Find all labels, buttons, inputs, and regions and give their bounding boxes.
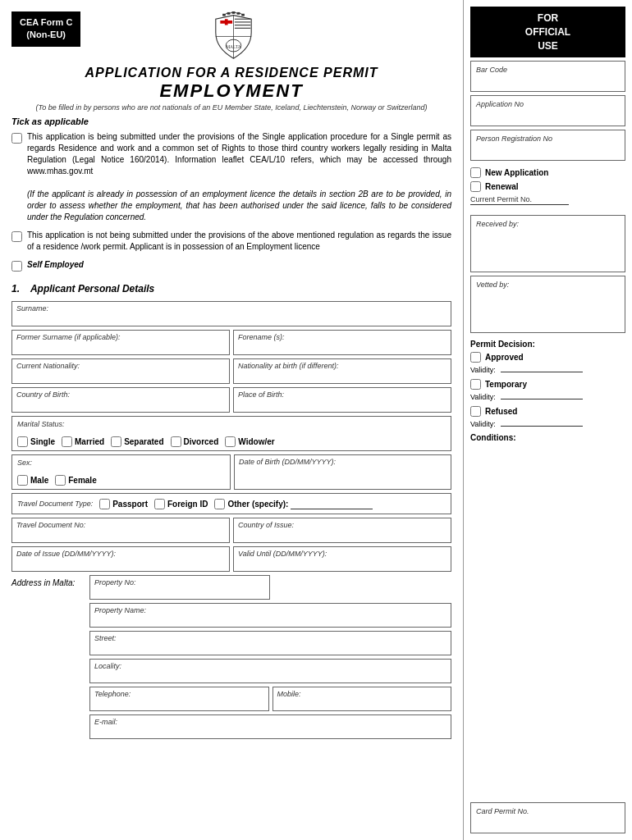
application-no-label: Application No bbox=[476, 100, 620, 108]
forename-label: Forename (s): bbox=[238, 333, 447, 341]
locality-field: Locality: bbox=[89, 659, 451, 683]
country-issue-input[interactable] bbox=[238, 530, 447, 540]
person-reg-no-label: Person Registration No bbox=[476, 135, 620, 143]
validity2-line bbox=[501, 399, 583, 399]
email-field: E-mail: bbox=[89, 714, 451, 739]
svg-rect-3 bbox=[236, 12, 240, 15]
birth-row: Country of Birth: Place of Birth: bbox=[11, 387, 451, 413]
temporary-checkbox[interactable] bbox=[470, 379, 481, 390]
mobile-input[interactable] bbox=[277, 698, 447, 708]
surname-label: Surname: bbox=[16, 304, 447, 313]
title-area: Application for A Residence Permit Emplo… bbox=[11, 66, 451, 112]
marital-married-checkbox[interactable] bbox=[62, 436, 72, 447]
validity3-row: Validity: bbox=[470, 420, 625, 428]
validity3-line bbox=[501, 426, 583, 427]
current-permit-label: Current Permit No. bbox=[470, 195, 625, 203]
renewal-item: Renewal bbox=[470, 181, 625, 192]
approved-checkbox[interactable] bbox=[470, 352, 481, 363]
refused-checkbox[interactable] bbox=[470, 406, 481, 417]
form-label-box: CEA Form C (Non-EU) bbox=[11, 11, 80, 47]
validity1-line bbox=[501, 372, 583, 372]
checkbox1-text: This application is being submitted unde… bbox=[27, 131, 451, 223]
travel-passport-item: Passport bbox=[99, 499, 148, 509]
sex-male-checkbox[interactable] bbox=[17, 475, 28, 486]
temporary-item: Temporary bbox=[470, 379, 625, 390]
marital-married-label: Married bbox=[75, 437, 104, 446]
marital-single-label: Single bbox=[30, 437, 55, 446]
card-permit-label: Card Permit No. bbox=[476, 807, 620, 815]
place-birth-label: Place of Birth: bbox=[238, 390, 447, 399]
checkbox3-item: Self Employed bbox=[11, 259, 451, 272]
checkbox1-item: This application is being submitted unde… bbox=[11, 131, 451, 223]
checkbox3[interactable] bbox=[11, 261, 22, 272]
person-reg-no-box: Person Registration No bbox=[470, 130, 625, 161]
travel-doc-no-row: Travel Document No: Country of Issue: bbox=[11, 518, 451, 543]
travel-foreign-id-item: Foreign ID bbox=[154, 499, 208, 509]
refused-label: Refused bbox=[485, 407, 517, 416]
checkbox3-text: Self Employed bbox=[27, 259, 84, 271]
sex-label: Sex: bbox=[17, 459, 225, 467]
property-no-input[interactable] bbox=[94, 587, 265, 596]
permit-decision-label: Permit Decision: bbox=[470, 340, 625, 349]
travel-passport-checkbox[interactable] bbox=[99, 499, 110, 509]
marital-single-checkbox[interactable] bbox=[17, 436, 28, 447]
surname-input[interactable] bbox=[16, 313, 447, 323]
country-birth-label: Country of Birth: bbox=[16, 390, 225, 399]
travel-other-checkbox[interactable] bbox=[214, 499, 225, 509]
date-issue-input[interactable] bbox=[16, 559, 225, 568]
property-name-input[interactable] bbox=[94, 614, 447, 624]
validity3-label: Validity: bbox=[470, 420, 496, 428]
valid-until-label: Valid Until (DD/MM/YYYY): bbox=[238, 550, 447, 558]
checkbox2[interactable] bbox=[11, 231, 22, 242]
travel-doc-no-input[interactable] bbox=[16, 530, 225, 540]
marital-separated-checkbox[interactable] bbox=[111, 436, 121, 447]
country-issue-field: Country of Issue: bbox=[233, 518, 451, 543]
sex-dob-row: Sex: Male Female Date of Birth (DD/MM/YY… bbox=[11, 454, 451, 490]
travel-foreign-id-checkbox[interactable] bbox=[154, 499, 165, 509]
nationality-birth-input[interactable] bbox=[238, 371, 447, 381]
telephone-label: Telephone: bbox=[94, 690, 264, 698]
dob-input[interactable] bbox=[239, 467, 447, 477]
current-nationality-input[interactable] bbox=[16, 371, 225, 381]
dob-label: Date of Birth (DD/MM/YYYY): bbox=[239, 458, 447, 466]
marital-separated-item: Separated bbox=[111, 436, 163, 447]
valid-until-input[interactable] bbox=[238, 559, 447, 568]
marital-widower-checkbox[interactable] bbox=[225, 436, 236, 447]
marital-status-label: Marital Status: bbox=[17, 420, 446, 428]
locality-input[interactable] bbox=[94, 670, 447, 680]
former-surname-label: Former Surname (if applicable): bbox=[16, 333, 225, 341]
sex-female-checkbox[interactable] bbox=[55, 475, 66, 486]
section-number: 1. bbox=[11, 283, 20, 294]
former-surname-field: Former Surname (if applicable): bbox=[11, 330, 230, 355]
street-input[interactable] bbox=[94, 642, 447, 652]
country-birth-input[interactable] bbox=[16, 399, 225, 409]
validity1-row: Validity: bbox=[470, 366, 625, 374]
checkbox2-text: This application is not being submitted … bbox=[27, 230, 451, 253]
nationality-birth-field: Nationality at birth (if different): bbox=[233, 358, 451, 384]
marital-divorced-checkbox[interactable] bbox=[171, 436, 181, 447]
marital-single-item: Single bbox=[17, 436, 55, 447]
new-application-checkbox[interactable] bbox=[470, 167, 481, 178]
current-nationality-field: Current Nationality: bbox=[11, 358, 230, 384]
sex-female-item: Female bbox=[55, 475, 96, 486]
bar-code-box: Bar Code bbox=[470, 61, 625, 92]
checkbox1[interactable] bbox=[11, 133, 22, 144]
email-input[interactable] bbox=[94, 726, 447, 736]
marital-married-item: Married bbox=[62, 436, 104, 447]
place-birth-input[interactable] bbox=[238, 399, 447, 409]
sex-field: Sex: Male Female bbox=[11, 454, 231, 490]
telephone-input[interactable] bbox=[94, 698, 264, 708]
marital-widower-label: Widow/er bbox=[238, 437, 274, 446]
sidebar: FOR OFFICIAL USE Bar Code Application No… bbox=[464, 0, 632, 840]
travel-doc-no-label: Travel Document No: bbox=[16, 521, 225, 529]
new-application-item: New Application bbox=[470, 167, 625, 178]
validity2-label: Validity: bbox=[470, 393, 496, 401]
renewal-checkbox[interactable] bbox=[470, 181, 481, 192]
travel-other-item: Other (specify): bbox=[214, 498, 373, 509]
section1-title: Applicant Personal Details bbox=[30, 283, 154, 294]
application-no-box: Application No bbox=[470, 95, 625, 126]
forename-input[interactable] bbox=[238, 342, 447, 352]
former-surname-input[interactable] bbox=[16, 342, 225, 352]
date-issue-field: Date of Issue (DD/MM/YYYY): bbox=[11, 546, 230, 572]
address-fields: Property No: Property Name: Street: Loca… bbox=[89, 575, 451, 739]
